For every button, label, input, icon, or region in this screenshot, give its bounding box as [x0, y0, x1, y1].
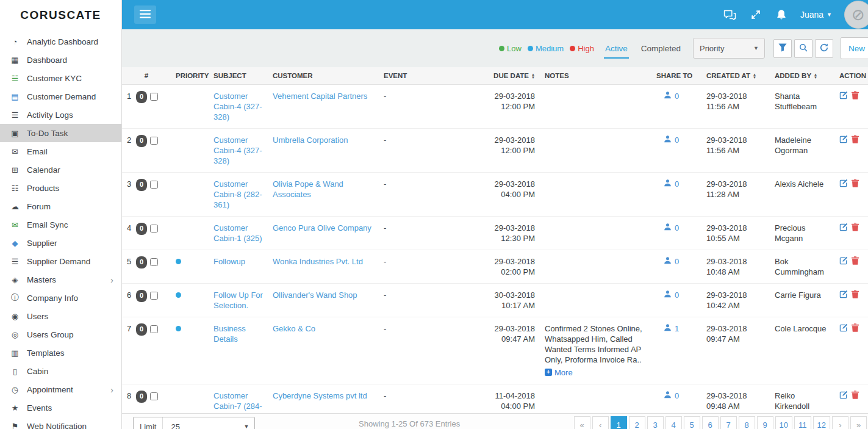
new-task-button[interactable]: New: [841, 37, 868, 59]
page-button-5[interactable]: 5: [684, 416, 700, 429]
row-checkbox[interactable]: [150, 258, 158, 266]
edit-icon[interactable]: [839, 179, 848, 190]
subject-link[interactable]: Business Details: [213, 324, 246, 344]
subject-link[interactable]: Customer Cabin-4 (327-328): [213, 92, 262, 121]
customer-link[interactable]: Gekko & Co: [273, 324, 315, 333]
share-count[interactable]: 0: [656, 290, 679, 300]
pager-next-button[interactable]: ›: [832, 416, 848, 429]
pager-prev-button[interactable]: ‹: [592, 416, 609, 429]
sidebar-item-email[interactable]: ✉Email: [0, 142, 121, 160]
delete-icon[interactable]: [852, 223, 859, 234]
row-checkbox[interactable]: [150, 181, 158, 189]
subject-link[interactable]: Customer Cabin-4 (327-328): [213, 135, 262, 165]
sort-icon[interactable]: ▲▼: [814, 73, 817, 79]
customer-link[interactable]: Wonka Industries Pvt. Ltd: [273, 257, 363, 266]
subject-link[interactable]: Customer Cabin-8 (282-361): [213, 179, 262, 209]
edit-icon[interactable]: [839, 391, 848, 402]
share-count[interactable]: 0: [656, 223, 679, 233]
row-checkbox[interactable]: [150, 93, 158, 101]
chat-icon[interactable]: [723, 8, 737, 21]
delete-icon[interactable]: [852, 323, 859, 334]
edit-icon[interactable]: [839, 91, 848, 102]
share-count[interactable]: 0: [656, 91, 679, 101]
share-count[interactable]: 0: [656, 256, 679, 267]
page-button-3[interactable]: 3: [647, 416, 664, 429]
delete-icon[interactable]: [852, 135, 859, 146]
page-button-1[interactable]: 1: [611, 416, 627, 429]
row-checkbox[interactable]: [150, 392, 158, 400]
limit-select[interactable]: 25 ▼: [163, 417, 254, 429]
edit-icon[interactable]: [839, 256, 848, 267]
share-count[interactable]: 0: [656, 135, 679, 145]
sidebar-item-templates[interactable]: ▥Templates: [0, 344, 121, 362]
tab-active[interactable]: Active: [604, 38, 629, 59]
delete-icon[interactable]: [852, 290, 859, 301]
subject-link[interactable]: Customer Cabin-1 (325): [213, 223, 262, 243]
sidebar-item-company-info[interactable]: ⓘCompany Info: [0, 289, 121, 307]
pager-last-button[interactable]: »: [850, 416, 867, 429]
edit-icon[interactable]: [839, 223, 848, 234]
row-checkbox[interactable]: [150, 325, 158, 333]
page-button-9[interactable]: 9: [757, 416, 773, 429]
page-button-6[interactable]: 6: [702, 416, 719, 429]
customer-link[interactable]: Vehement Capital Partners: [273, 92, 367, 101]
sidebar-item-analytic-dashboard[interactable]: ◔Analytic Dashboard: [0, 32, 121, 51]
sidebar-item-users-group[interactable]: ◎Users Group: [0, 325, 121, 344]
page-button-4[interactable]: 4: [665, 416, 682, 429]
sidebar-item-events[interactable]: ★Events: [0, 398, 121, 417]
customer-link[interactable]: Ollivander's Wand Shop: [273, 290, 357, 300]
fullscreen-icon[interactable]: [749, 8, 762, 21]
edit-icon[interactable]: [839, 135, 848, 146]
sidebar-item-forum[interactable]: ☁Forum: [0, 197, 121, 215]
sidebar-item-cabin[interactable]: ▯Cabin: [0, 362, 121, 380]
row-checkbox[interactable]: [150, 292, 158, 300]
subject-link[interactable]: Follow Up For Selection.: [213, 290, 263, 310]
sidebar-item-to-do-task[interactable]: ▣To-Do Task: [0, 124, 121, 142]
sidebar-item-dashboard[interactable]: ▦Dashboard: [0, 51, 121, 69]
delete-icon[interactable]: [852, 179, 859, 190]
sidebar-item-appointment[interactable]: ◷Appointment›: [0, 380, 121, 398]
page-button-12[interactable]: 12: [813, 416, 830, 429]
menu-toggle-button[interactable]: [134, 5, 156, 24]
delete-icon[interactable]: [852, 256, 859, 267]
page-button-7[interactable]: 7: [720, 416, 737, 429]
refresh-button[interactable]: [815, 39, 833, 58]
sort-icon[interactable]: ▲▼: [531, 73, 535, 79]
sidebar-item-activity-logs[interactable]: ☰Activity Logs: [0, 106, 121, 124]
avatar[interactable]: ⊘: [844, 1, 868, 29]
sidebar-item-customer-demand[interactable]: ▤Customer Demand: [0, 87, 121, 106]
sidebar-item-supplier[interactable]: ◆Supplier: [0, 234, 121, 252]
sidebar-item-email-sync[interactable]: ✉Email Sync: [0, 215, 121, 234]
sidebar-item-users[interactable]: ◉Users: [0, 307, 121, 325]
search-button[interactable]: [794, 39, 812, 58]
edit-icon[interactable]: [839, 290, 848, 301]
subject-link[interactable]: Followup: [213, 257, 245, 266]
sidebar-item-web-notification[interactable]: ⚑Web Notification: [0, 417, 121, 429]
filter-button[interactable]: [773, 39, 792, 58]
customer-link[interactable]: Olivia Pope & Wand Associates: [273, 179, 343, 199]
share-count[interactable]: 1: [656, 323, 679, 334]
page-button-10[interactable]: 10: [775, 416, 792, 429]
customer-link[interactable]: Umbrella Corporation: [273, 135, 348, 145]
page-button-2[interactable]: 2: [629, 416, 645, 429]
row-checkbox[interactable]: [150, 225, 158, 233]
share-count[interactable]: 0: [656, 179, 679, 189]
row-checkbox[interactable]: [150, 137, 158, 145]
user-menu[interactable]: Juana ▼: [800, 10, 832, 20]
sidebar-item-masters[interactable]: ◈Masters›: [0, 270, 121, 289]
notifications-bell-icon[interactable]: [775, 8, 788, 21]
share-count[interactable]: 0: [656, 391, 679, 401]
customer-link[interactable]: Genco Pura Olive Company: [273, 223, 371, 233]
edit-icon[interactable]: [839, 323, 848, 334]
sidebar-item-supplier-demand[interactable]: ☰Supplier Demand: [0, 252, 121, 270]
sidebar-item-products[interactable]: ☷Products: [0, 179, 121, 197]
notes-more-link[interactable]: +More: [545, 367, 573, 378]
pager-first-button[interactable]: «: [574, 416, 590, 429]
priority-filter-select[interactable]: Priority ▼: [693, 38, 765, 59]
sort-icon[interactable]: ▲▼: [753, 73, 756, 79]
delete-icon[interactable]: [852, 91, 859, 102]
tab-completed[interactable]: Completed: [640, 38, 682, 59]
sidebar-item-customer-kyc[interactable]: ☱Customer KYC: [0, 69, 121, 87]
delete-icon[interactable]: [852, 391, 859, 402]
page-button-8[interactable]: 8: [739, 416, 755, 429]
